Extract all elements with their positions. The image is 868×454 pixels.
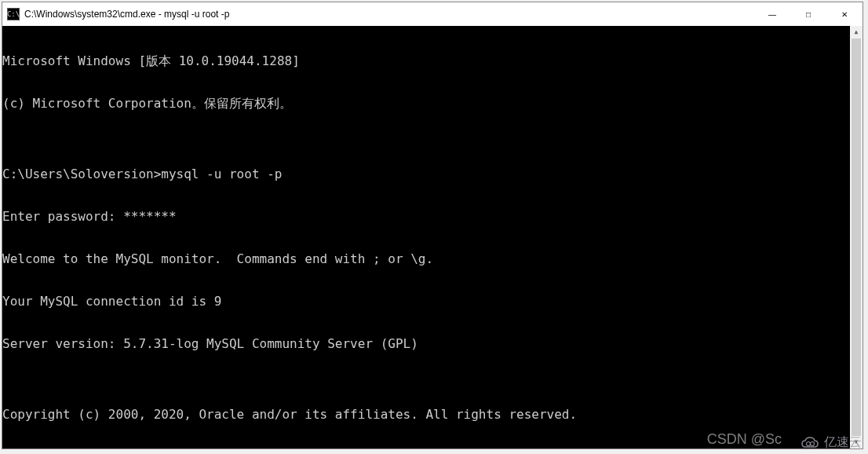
cmd-icon: C:\ <box>7 8 20 20</box>
cloud-icon <box>801 436 821 450</box>
terminal-line: Server version: 5.7.31-log MySQL Communi… <box>2 337 863 351</box>
terminal-output[interactable]: Microsoft Windows [版本 10.0.19044.1288] (… <box>2 26 863 449</box>
terminal-line: Copyright (c) 2000, 2020, Oracle and/or … <box>2 408 863 422</box>
terminal-line: Enter password: ******* <box>2 210 863 224</box>
terminal-line: C:\Users\Soloversion>mysql -u root -p <box>2 167 863 181</box>
close-button[interactable]: ✕ <box>826 2 863 26</box>
scrollbar-track[interactable] <box>850 38 863 436</box>
watermark-logo: 亿速云 <box>801 434 862 451</box>
window-title: C:\Windows\system32\cmd.exe - mysql -u r… <box>24 9 754 20</box>
watermark-logo-text: 亿速云 <box>824 434 862 451</box>
terminal-line: Microsoft Windows [版本 10.0.19044.1288] <box>2 54 863 68</box>
window-controls: — □ ✕ <box>754 2 863 26</box>
terminal-line: (c) Microsoft Corporation。保留所有权利。 <box>2 97 863 111</box>
cmd-window: C:\ C:\Windows\system32\cmd.exe - mysql … <box>2 2 863 449</box>
minimize-button[interactable]: — <box>754 2 790 26</box>
terminal-line: Your MySQL connection id is 9 <box>2 295 863 309</box>
terminal-line: Welcome to the MySQL monitor. Commands e… <box>2 252 863 266</box>
svg-point-1 <box>811 441 815 445</box>
scrollbar-up-icon[interactable]: ▲ <box>850 26 863 38</box>
maximize-button[interactable]: □ <box>790 2 826 26</box>
watermark-csdn: CSDN @Sc <box>707 431 782 448</box>
svg-point-0 <box>807 441 811 445</box>
scrollbar[interactable]: ▲ ▼ <box>850 26 863 449</box>
titlebar[interactable]: C:\ C:\Windows\system32\cmd.exe - mysql … <box>2 2 863 26</box>
scrollbar-thumb[interactable] <box>852 38 861 436</box>
